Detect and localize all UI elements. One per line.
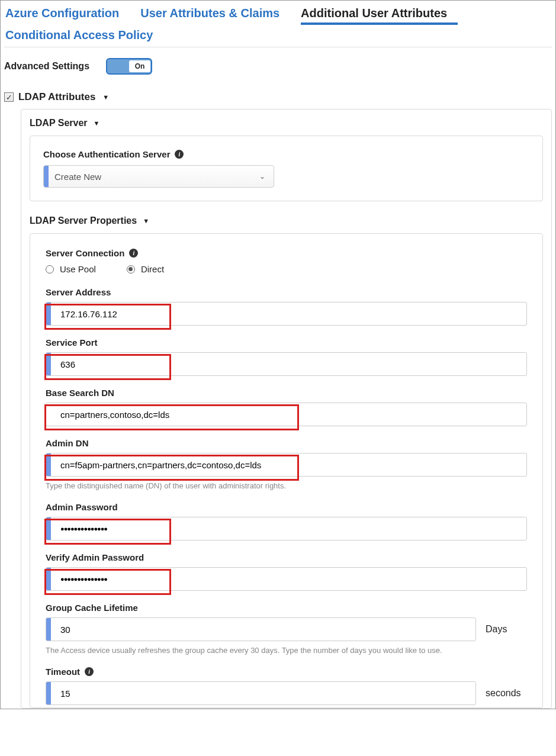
base-search-dn-label: Base Search DN (46, 388, 527, 398)
ldap-attributes-header[interactable]: ✓ LDAP Attributes ▼ (4, 91, 552, 103)
radio-direct-label: Direct (141, 264, 164, 274)
ldap-attributes-checkbox[interactable]: ✓ (4, 92, 14, 102)
advanced-settings-toggle[interactable]: On (106, 58, 152, 75)
ldap-server-properties-panel: Server Connection i Use Pool Direct Serv… (30, 233, 543, 708)
server-connection-label-text: Server Connection (46, 248, 124, 258)
admin-dn-input[interactable] (57, 453, 526, 476)
group-cache-lifetime-field: Group Cache Lifetime Days The Access dev… (46, 603, 527, 655)
group-cache-lifetime-help: The Access device usually refreshes the … (46, 646, 527, 655)
auth-server-label: Choose Authentication Server i (43, 149, 529, 159)
tabs-bar: Azure Configuration User Attributes & Cl… (4, 3, 552, 47)
toggle-knob: On (129, 60, 150, 72)
timeout-input-row (46, 681, 476, 705)
ldap-server-properties-title: LDAP Server Properties (30, 215, 137, 226)
accent-bar (46, 682, 51, 704)
admin-dn-label: Admin DN (46, 438, 527, 448)
info-icon[interactable]: i (85, 667, 94, 676)
server-address-input[interactable] (57, 303, 526, 325)
accent-bar (46, 618, 51, 641)
radio-use-pool[interactable]: Use Pool (46, 264, 96, 274)
radio-icon (127, 265, 135, 274)
server-address-input-row (46, 302, 527, 326)
ldap-attributes-title: LDAP Attributes (18, 91, 95, 103)
accent-bar (46, 453, 51, 476)
verify-admin-password-input[interactable] (57, 568, 526, 590)
auth-server-value: Create New (54, 172, 251, 182)
ldap-server-header[interactable]: LDAP Server ▼ (30, 118, 543, 128)
service-port-input-row (46, 352, 527, 376)
accent-bar (46, 303, 51, 325)
ldap-server-properties-header[interactable]: LDAP Server Properties ▼ (30, 215, 543, 226)
chevron-down-icon: ▼ (102, 94, 109, 101)
group-cache-lifetime-suffix: Days (486, 624, 527, 635)
group-cache-lifetime-label: Group Cache Lifetime (46, 603, 527, 613)
ldap-server-title: LDAP Server (30, 118, 88, 128)
chevron-down-icon: ▼ (143, 217, 149, 224)
admin-dn-field: Admin DN Type the distinguished name (DN… (46, 438, 527, 490)
group-cache-lifetime-input-row (46, 617, 476, 641)
group-cache-lifetime-input[interactable] (57, 618, 475, 641)
ldap-attributes-panel: LDAP Server ▼ Choose Authentication Serv… (21, 109, 552, 709)
accent-bar (44, 166, 49, 187)
accent-bar (46, 353, 51, 375)
tab-conditional-access-policy[interactable]: Conditional Access Policy (5, 25, 163, 47)
admin-password-label: Admin Password (46, 502, 527, 512)
base-search-dn-input-row (46, 403, 527, 426)
admin-dn-input-row (46, 453, 527, 477)
timeout-suffix: seconds (486, 688, 527, 699)
info-icon[interactable]: i (129, 249, 138, 258)
server-connection-label: Server Connection i (46, 248, 527, 258)
chevron-down-icon: ⌄ (251, 172, 274, 181)
tab-azure-configuration[interactable]: Azure Configuration (5, 3, 130, 25)
radio-direct[interactable]: Direct (127, 264, 164, 274)
verify-admin-password-label: Verify Admin Password (46, 552, 527, 562)
server-address-field: Server Address (46, 287, 527, 326)
auth-server-label-text: Choose Authentication Server (43, 149, 170, 159)
timeout-field: Timeout i seconds (46, 667, 527, 705)
accent-bar (46, 517, 51, 540)
service-port-field: Service Port (46, 337, 527, 376)
base-search-dn-input[interactable] (57, 403, 526, 426)
radio-use-pool-label: Use Pool (60, 264, 96, 274)
service-port-label: Service Port (46, 337, 527, 348)
info-icon[interactable]: i (175, 150, 184, 159)
admin-password-input-row (46, 517, 527, 541)
server-connection-radio-group: Use Pool Direct (46, 264, 527, 274)
server-address-label: Server Address (46, 287, 527, 297)
service-port-input[interactable] (57, 353, 526, 375)
admin-password-field: Admin Password (46, 502, 527, 541)
admin-dn-help: Type the distinguished name (DN) of the … (46, 481, 527, 490)
timeout-label: Timeout i (46, 667, 527, 677)
accent-bar (46, 568, 51, 590)
timeout-label-text: Timeout (46, 667, 80, 677)
admin-password-input[interactable] (57, 517, 526, 540)
ldap-server-panel: Choose Authentication Server i Create Ne… (30, 136, 543, 201)
advanced-settings-row: Advanced Settings On (4, 58, 552, 75)
radio-icon (46, 265, 54, 274)
base-search-dn-field: Base Search DN (46, 388, 527, 426)
advanced-settings-label: Advanced Settings (4, 61, 89, 72)
tab-user-attributes-claims[interactable]: User Attributes & Claims (140, 3, 290, 25)
auth-server-select[interactable]: Create New ⌄ (43, 165, 274, 188)
tab-additional-user-attributes[interactable]: Additional User Attributes (301, 3, 458, 25)
chevron-down-icon: ▼ (94, 120, 100, 127)
verify-admin-password-input-row (46, 567, 527, 591)
verify-admin-password-field: Verify Admin Password (46, 552, 527, 591)
timeout-input[interactable] (57, 682, 475, 704)
